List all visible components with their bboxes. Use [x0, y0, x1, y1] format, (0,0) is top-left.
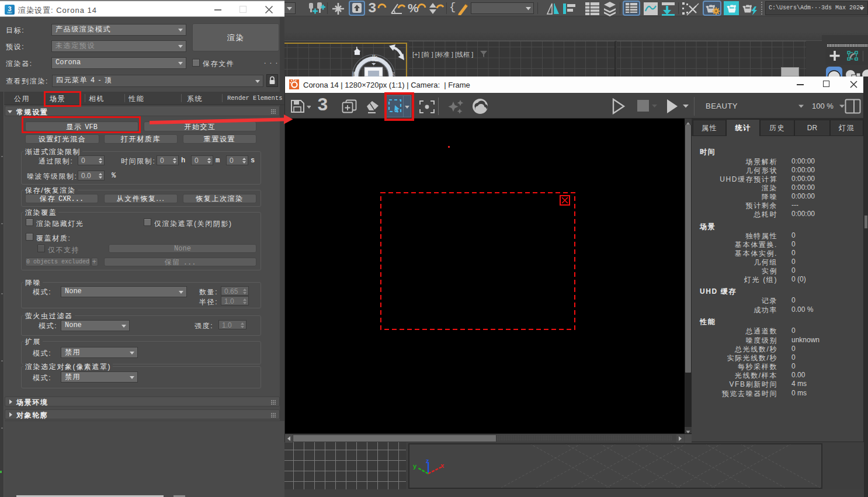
svg-text:y: y [413, 463, 417, 470]
svg-text:西: 西 [352, 71, 357, 77]
svg-text:东: 东 [389, 71, 395, 77]
svg-text:z: z [426, 457, 429, 464]
svg-text:x: x [440, 462, 445, 469]
svg-text:北: 北 [370, 54, 377, 62]
